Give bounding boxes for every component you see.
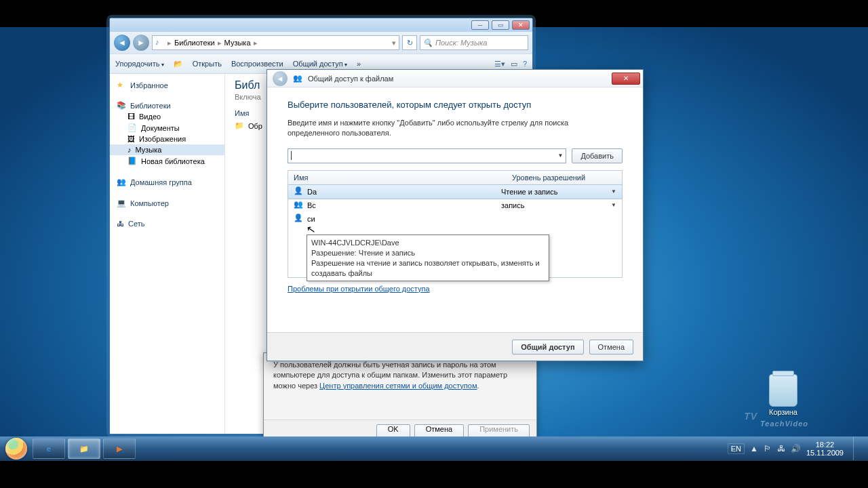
sidebar-item-documents[interactable]: 📄Документы: [110, 122, 224, 134]
share-button[interactable]: Общий доступ: [512, 340, 583, 354]
user-icon: 👤: [294, 186, 304, 197]
user-combobox[interactable]: ▼: [288, 148, 566, 163]
system-tray: EN ▲ 🏳 🖧 🔊 18:22 15.11.2009: [728, 437, 865, 460]
wizard-instruction: Введите имя и нажмите кнопку "Добавить" …: [288, 118, 623, 139]
explorer-icon: 📁: [79, 445, 89, 453]
user-row-dave[interactable]: 👤 Da Чтение и запись▼: [288, 184, 623, 199]
address-bar[interactable]: ♪ ▸ Библиотеки ▸ Музыка ▸ ▾: [152, 35, 399, 50]
sidebar-item-music[interactable]: ♪Музыка: [110, 144, 224, 155]
wizard-heading: Выберите пользователей, которым следует …: [288, 100, 623, 110]
sidebar-libraries[interactable]: 📚Библиотеки: [110, 98, 224, 111]
add-button[interactable]: Добавить: [572, 148, 623, 163]
sidebar-favorites[interactable]: ★Избранное: [110, 78, 224, 92]
action-center-icon[interactable]: 🏳: [764, 444, 772, 453]
user-row-everyone[interactable]: 👥 Вс запись▼: [288, 199, 622, 212]
language-indicator[interactable]: EN: [728, 443, 745, 454]
maximize-button[interactable]: ▭: [492, 20, 509, 30]
tray-up-icon[interactable]: ▲: [750, 444, 758, 453]
group-icon: 👥: [294, 200, 304, 211]
sidebar-item-pictures[interactable]: 🖼Изображения: [110, 134, 224, 144]
clock[interactable]: 18:22 15.11.2009: [806, 441, 844, 457]
network-center-link[interactable]: Центр управления сетями и общим доступом: [319, 382, 477, 390]
sidebar-item-newlib[interactable]: 📘Новая библиотека: [110, 155, 224, 167]
refresh-button[interactable]: ↻: [402, 35, 417, 50]
taskbar-ie[interactable]: e: [33, 439, 65, 459]
sidebar-computer[interactable]: 💻Компьютер: [110, 196, 224, 209]
sidebar-item-video[interactable]: 🎞Видео: [110, 111, 224, 122]
breadcrumb-root[interactable]: Библиотеки: [174, 39, 215, 47]
sidebar-network[interactable]: 🖧Сеть: [110, 217, 224, 229]
music-icon: ♪: [155, 38, 165, 47]
recycle-bin-icon: [769, 374, 797, 407]
show-desktop-button[interactable]: [853, 437, 861, 460]
taskbar-explorer[interactable]: 📁: [68, 439, 100, 459]
wizard-title: Общий доступ к файлам: [308, 75, 393, 83]
column-permission[interactable]: Уровень разрешений: [507, 171, 622, 184]
user-icon: 👤: [294, 214, 304, 224]
wizard-back-button[interactable]: ◄: [273, 71, 288, 86]
permission-dropdown[interactable]: ▼: [611, 202, 616, 208]
start-button[interactable]: [3, 437, 30, 460]
open-button[interactable]: Открыть: [193, 60, 222, 68]
network-icon: 🖧: [117, 220, 124, 228]
star-icon: ★: [117, 81, 126, 90]
explorer-titlebar[interactable]: ─ ▭ ✕: [110, 18, 532, 32]
explorer-sidebar: ★Избранное 📚Библиотеки 🎞Видео 📄Документы…: [110, 74, 225, 434]
music-icon: ♪: [127, 146, 132, 154]
wizard-titlebar[interactable]: ◄ 👥 Общий доступ к файлам ✕: [267, 70, 643, 87]
taskbar: e 📁 ▶ EN ▲ 🏳 🖧 🔊 18:22 15.11.2009: [0, 436, 868, 461]
help-button[interactable]: ?: [523, 60, 527, 68]
breadcrumb-current[interactable]: Музыка: [224, 39, 251, 47]
folder-icon: 📁: [235, 121, 244, 130]
watermark: TVTeachVideo: [744, 410, 808, 431]
share-button[interactable]: Общий доступ: [293, 60, 347, 68]
close-button[interactable]: ✕: [512, 20, 530, 30]
windows-logo-icon: [5, 438, 27, 460]
column-name[interactable]: Имя: [288, 171, 507, 184]
wizard-close-button[interactable]: ✕: [612, 73, 640, 85]
preview-pane-button[interactable]: ▭: [511, 60, 517, 68]
forward-button[interactable]: ►: [133, 35, 149, 51]
wizard-cancel-button[interactable]: Отмена: [589, 340, 633, 354]
wmp-icon: ▶: [117, 445, 122, 453]
computer-icon: 💻: [117, 199, 126, 207]
homegroup-icon: 👥: [117, 178, 126, 186]
organize-button[interactable]: Упорядочить: [115, 60, 164, 68]
volume-icon[interactable]: 🔊: [791, 444, 801, 453]
documents-icon: 📄: [127, 123, 137, 132]
minimize-button[interactable]: ─: [471, 20, 489, 30]
open-icon: 📂: [174, 60, 183, 68]
search-box[interactable]: 🔍 Поиск: Музыка: [420, 35, 528, 50]
properties-dialog: У пользователей должны быть учетная запи…: [263, 352, 537, 443]
search-icon: 🔍: [423, 39, 433, 47]
ie-icon: e: [47, 445, 51, 453]
network-tray-icon[interactable]: 🖧: [777, 444, 785, 453]
sharing-icon: 👥: [293, 74, 302, 83]
pictures-icon: 🖼: [127, 135, 135, 143]
video-icon: 🎞: [127, 113, 135, 121]
permission-dropdown[interactable]: ▼: [611, 188, 616, 195]
taskbar-wmp[interactable]: ▶: [103, 439, 136, 459]
back-button[interactable]: ◄: [114, 35, 130, 51]
desktop: ─ ▭ ✕ ◄ ► ♪ ▸ Библиотеки ▸ Музыка ▸ ▾ ↻ …: [0, 27, 868, 461]
search-placeholder: Поиск: Музыка: [435, 39, 487, 47]
view-button[interactable]: ☰▾: [494, 60, 505, 68]
play-button[interactable]: Воспроизвести: [231, 60, 283, 68]
libraries-icon: 📚: [117, 101, 126, 110]
explorer-navbar: ◄ ► ♪ ▸ Библиотеки ▸ Музыка ▸ ▾ ↻ 🔍 Поис…: [110, 32, 532, 54]
sidebar-homegroup[interactable]: 👥Домашняя группа: [110, 175, 224, 188]
more-button[interactable]: »: [357, 60, 361, 68]
user-row-system[interactable]: 👤 си: [288, 212, 622, 226]
tooltip: WIN-44CJVLDCRJE\Dave Разрешение: Чтение …: [307, 235, 549, 281]
library-icon: 📘: [127, 157, 137, 165]
troubleshoot-link[interactable]: Проблемы при открытии общего доступа: [288, 285, 430, 293]
file-sharing-wizard: ◄ 👥 Общий доступ к файлам ✕ Выберите пол…: [267, 69, 644, 361]
chevron-down-icon[interactable]: ▼: [557, 152, 563, 159]
